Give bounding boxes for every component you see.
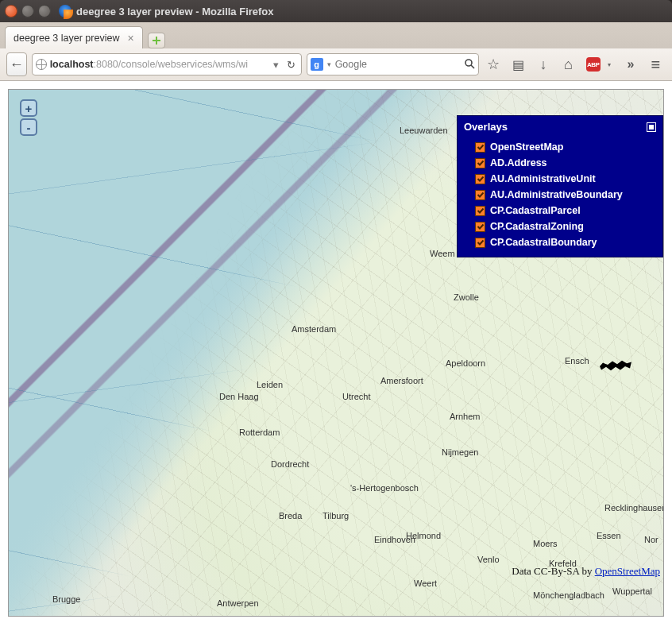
layer-switcher-header: Overlays [458, 116, 662, 137]
overflow-button[interactable]: » [620, 52, 640, 76]
search-go-icon[interactable] [464, 58, 475, 72]
overlays-title: Overlays [464, 121, 508, 133]
layer-label: OpenStreetMap [490, 141, 563, 153]
plus-icon [152, 36, 161, 45]
new-tab-button[interactable] [148, 33, 165, 48]
layer-item[interactable]: AU.AdministrativeBoundary [458, 187, 662, 203]
firefox-icon [59, 5, 71, 17]
layer-label: AU.AdministrativeUnit [490, 173, 596, 184]
layer-checkbox[interactable] [475, 158, 485, 168]
zoom-control: + - [20, 99, 37, 136]
url-bar[interactable]: localhost:8080/console/webservices/wms/w… [32, 53, 302, 75]
layer-label: AD.Address [490, 157, 547, 168]
minus-icon: - [27, 121, 31, 134]
abp-caret-icon[interactable]: ▾ [608, 61, 611, 68]
layer-checkbox[interactable] [475, 174, 485, 184]
downloads-button[interactable]: ↓ [533, 52, 553, 76]
globe-icon [36, 59, 47, 70]
layer-item[interactable]: AU.AdministrativeUnit [458, 171, 662, 187]
tab-label: deegree 3 layer preview [14, 33, 119, 44]
attribution-prefix: Data CC-By-SA by [512, 565, 594, 577]
reader-icon: ▤ [512, 57, 524, 72]
url-path: :8080/console/webservices/wms/wi [94, 59, 249, 70]
layer-checkbox[interactable] [475, 142, 485, 153]
download-icon: ↓ [540, 56, 547, 73]
url-host: localhost [50, 59, 94, 70]
tab-close-icon[interactable]: × [127, 32, 133, 44]
browser-chrome: deegree 3 layer preview × ← localhost:80… [0, 22, 672, 81]
window-controls [5, 5, 51, 17]
map-viewport[interactable]: AmsterdamLeeuwardenZwolleApeldoornEnschU… [8, 89, 664, 617]
layer-switcher-minimize-button[interactable] [647, 122, 656, 132]
layer-item[interactable]: AD.Address [458, 155, 662, 171]
search-input[interactable] [335, 59, 460, 70]
back-button[interactable]: ← [6, 52, 27, 76]
svg-point-0 [465, 60, 472, 66]
toolbar: ← localhost:8080/console/webservices/wms… [0, 48, 672, 80]
layer-list: OpenStreetMapAD.AddressAU.Administrative… [458, 137, 662, 257]
window-minimize-button[interactable] [21, 5, 34, 17]
layer-checkbox[interactable] [475, 222, 485, 232]
plus-icon: + [25, 102, 33, 115]
layer-item[interactable]: CP.CadastralBoundary [458, 234, 662, 250]
window-maximize-button[interactable] [38, 5, 51, 17]
layer-label: AU.AdministrativeBoundary [490, 189, 623, 200]
map-attribution: Data CC-By-SA by OpenStreetMap [512, 565, 660, 578]
abp-icon: ABP [586, 57, 601, 72]
zoom-out-button[interactable]: - [20, 118, 37, 136]
layer-item[interactable]: CP.CadastralZoning [458, 219, 662, 234]
tabstrip: deegree 3 layer preview × [0, 22, 672, 48]
layer-checkbox[interactable] [475, 190, 485, 200]
bookmark-star-button[interactable]: ☆ [484, 52, 504, 76]
window-title: deegree 3 layer preview - Mozilla Firefo… [76, 6, 274, 17]
layer-label: CP.CadastralZoning [490, 221, 584, 232]
search-engine-caret-icon[interactable]: ▾ [327, 60, 331, 68]
back-arrow-icon: ← [10, 56, 24, 73]
home-icon: ⌂ [564, 56, 573, 73]
url-text: localhost:8080/console/webservices/wms/w… [50, 59, 268, 70]
layer-checkbox[interactable] [475, 206, 485, 216]
layer-label: CP.CadastralBoundary [490, 237, 597, 248]
layer-label: CP.CadastralParcel [490, 205, 581, 216]
search-bar[interactable]: g ▾ [307, 53, 479, 75]
layer-checkbox[interactable] [475, 238, 485, 248]
adblock-button[interactable]: ABP [583, 52, 603, 76]
layer-item[interactable]: OpenStreetMap [458, 139, 662, 155]
tab-active[interactable]: deegree 3 layer preview × [5, 26, 143, 48]
svg-line-1 [471, 65, 474, 68]
layer-switcher-panel: Overlays OpenStreetMapAD.AddressAU.Admin… [457, 115, 663, 257]
menu-icon: ≡ [651, 56, 661, 74]
menu-button[interactable]: ≡ [646, 52, 666, 76]
window-close-button[interactable] [5, 5, 17, 17]
url-dropdown-icon[interactable]: ▾ [271, 59, 281, 71]
layer-item[interactable]: CP.CadastralParcel [458, 203, 662, 219]
star-icon: ☆ [487, 56, 500, 73]
attribution-link[interactable]: OpenStreetMap [595, 565, 660, 577]
window-titlebar: deegree 3 layer preview - Mozilla Firefo… [0, 0, 672, 22]
google-search-icon[interactable]: g [311, 58, 323, 71]
overflow-icon: » [628, 57, 635, 72]
reader-list-button[interactable]: ▤ [508, 52, 528, 76]
zoom-in-button[interactable]: + [20, 99, 37, 117]
reload-button[interactable]: ↻ [284, 59, 298, 71]
home-button[interactable]: ⌂ [558, 52, 578, 76]
page-content: AmsterdamLeeuwardenZwolleApeldoornEnschU… [0, 81, 672, 623]
